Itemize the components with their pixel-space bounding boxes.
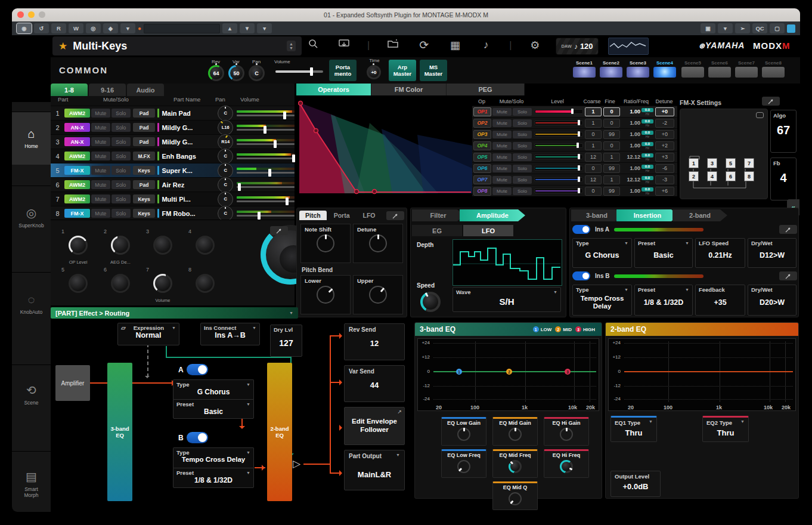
eq2-type-select[interactable]: EQ2 Type▼ Thru: [702, 416, 749, 442]
tab-fm-color[interactable]: FM Color: [371, 84, 447, 95]
scene7-button[interactable]: Scene7: [734, 60, 758, 78]
op-mute-button[interactable]: Mute: [492, 165, 512, 172]
scene1-button[interactable]: Scene1: [572, 60, 596, 78]
op-solo-button[interactable]: Solo: [513, 165, 532, 172]
op-fine[interactable]: 99: [603, 130, 620, 139]
op-mute-button[interactable]: Mute: [492, 119, 512, 127]
tab-amplitude[interactable]: Amplitude: [460, 209, 525, 221]
table-row[interactable]: 7 AWM2 Mute Solo Keys Multi Pi... C: [51, 192, 295, 206]
eq3-mid-handle[interactable]: 2: [506, 369, 512, 375]
op-ratio[interactable]: 1.00: [620, 109, 640, 115]
knob-edit-button[interactable]: [270, 226, 288, 235]
operator-row[interactable]: OP4 Mute Solo 1 0 1.00 0.0Hz +2: [472, 140, 677, 151]
zoom-button[interactable]: [39, 11, 45, 18]
snapshot-dropdown[interactable]: ▾: [718, 23, 733, 33]
op-fine[interactable]: 99: [603, 164, 620, 173]
op-solo-button[interactable]: Solo: [513, 142, 532, 150]
preset-field[interactable]: [144, 24, 220, 33]
assign-knob-5[interactable]: 5: [69, 274, 88, 293]
category-button[interactable]: Keys: [133, 194, 156, 203]
operator-row[interactable]: OP2 Mute Solo 1 0 1.00 0.0Hz -2: [472, 117, 677, 128]
op-solo-button[interactable]: Solo: [513, 108, 532, 116]
mute-button[interactable]: Mute: [91, 166, 110, 175]
tab-audio[interactable]: Audio: [127, 84, 164, 96]
part-output-select[interactable]: Part Output▼ MainL&R: [344, 450, 405, 490]
tab-eg[interactable]: EG: [412, 225, 462, 236]
pan-knob[interactable]: C: [218, 177, 233, 193]
category-button[interactable]: Keys: [133, 209, 156, 218]
solo-button[interactable]: Solo: [111, 180, 131, 189]
performance-name-box[interactable]: ★ Multi-Keys ▲▼: [52, 36, 302, 55]
pan-knob[interactable]: C: [249, 65, 265, 81]
note-shift-knob[interactable]: Note Shift: [300, 224, 351, 263]
ins-a-edit-button[interactable]: [779, 225, 797, 234]
ins-b-toggle[interactable]: [572, 271, 590, 280]
tab-3band[interactable]: 3-band: [571, 209, 622, 221]
part-name[interactable]: Air Rez: [157, 180, 216, 189]
solo-button[interactable]: Solo: [111, 166, 131, 175]
assign-knob-8[interactable]: 8: [196, 274, 215, 293]
sidebar-item-home[interactable]: ⌂ Home: [12, 112, 51, 165]
search-icon[interactable]: [305, 39, 321, 52]
pan-knob[interactable]: C: [218, 106, 233, 121]
color-swatch[interactable]: [787, 24, 795, 33]
op-ratio[interactable]: 12.12: [620, 177, 640, 183]
bend-lower-knob[interactable]: Lower: [300, 275, 351, 314]
op-fine[interactable]: 99: [603, 187, 620, 196]
op-level-slider[interactable]: [534, 189, 583, 193]
ins-a-type[interactable]: Type▼ G Chorus: [572, 238, 632, 268]
table-row[interactable]: 8 FM-X Mute Solo Keys FM Robo... C: [51, 206, 295, 220]
scene4-button[interactable]: Scene4: [653, 60, 677, 78]
knob-mode-button[interactable]: ◉: [17, 23, 32, 33]
fmx-algorithm-diagram[interactable]: 1 3 5 7 2 4 6 8: [680, 109, 768, 199]
op-solo-button[interactable]: Solo: [513, 131, 532, 138]
mute-button[interactable]: Mute: [91, 209, 110, 218]
op-detune[interactable]: -6: [655, 164, 674, 173]
op-level-slider[interactable]: [534, 177, 583, 182]
table-row[interactable]: 3 AN-X Mute Solo Pad Mildly G... R14: [51, 134, 295, 149]
tab-pitch[interactable]: Pitch: [299, 211, 327, 220]
category-button[interactable]: Pad: [133, 109, 156, 118]
op-solo-button[interactable]: Solo: [513, 187, 532, 195]
tab-operators[interactable]: Operators: [296, 84, 371, 95]
tab-2band[interactable]: 2-band: [672, 209, 727, 221]
ins-a-lfo-speed[interactable]: LFO Speed 0.21Hz: [695, 238, 745, 268]
read-automation-button[interactable]: R: [51, 23, 66, 33]
operator-row[interactable]: OP6 Mute Solo 0 99 1.00 0.0Hz -6: [472, 162, 677, 174]
part-name[interactable]: Mildly G...: [157, 137, 216, 146]
quick-audition-icon[interactable]: ♪: [478, 39, 494, 51]
op-fine[interactable]: 0: [603, 119, 620, 128]
pan-knob[interactable]: C: [218, 163, 233, 178]
prev-button[interactable]: ▲: [222, 23, 237, 33]
op-coarse[interactable]: 1: [585, 141, 602, 150]
var-knob[interactable]: 50: [228, 65, 244, 81]
monitor-button[interactable]: ◎: [86, 23, 101, 33]
op-coarse[interactable]: 12: [585, 153, 602, 162]
volume-slider[interactable]: [237, 196, 295, 202]
keyboard-grid-icon[interactable]: ▦: [447, 39, 463, 52]
diamond-button[interactable]: ◆: [103, 23, 118, 33]
sidebar-item-knobauto[interactable]: ◌ KnobAuto: [12, 272, 51, 335]
volume-slider[interactable]: [237, 153, 295, 159]
op-fine[interactable]: 1: [603, 175, 620, 184]
eq-hi-freq-knob[interactable]: EQ Hi Freq: [544, 449, 589, 478]
part-name[interactable]: FM Robo...: [157, 209, 216, 218]
output-level-box[interactable]: Output Level +0.0dB: [610, 471, 661, 497]
solo-button[interactable]: Solo: [111, 209, 131, 218]
operator-row[interactable]: OP5 Mute Solo 12 1 12.12 0.0Hz +3: [472, 151, 677, 162]
op-solo-button[interactable]: Solo: [513, 153, 532, 161]
op-level-slider[interactable]: [534, 109, 583, 114]
category-button[interactable]: Pad: [133, 137, 156, 146]
op-coarse[interactable]: 1: [585, 119, 602, 128]
volume-slider[interactable]: [237, 168, 295, 174]
op-mute-button[interactable]: Mute: [492, 142, 512, 150]
fmx-edit-button[interactable]: [762, 97, 780, 106]
minimize-button[interactable]: [28, 11, 35, 18]
routing-b-type[interactable]: Type▼ Tempo Cross Delay: [173, 447, 254, 468]
op-coarse[interactable]: 0: [585, 130, 602, 139]
part-name[interactable]: Enh Bangs: [157, 152, 216, 160]
table-row[interactable]: 4 AWM2 Mute Solo M.FX Enh Bangs C: [51, 149, 295, 163]
common-volume-slider[interactable]: [275, 70, 323, 73]
op-mute-button[interactable]: Mute: [492, 187, 512, 195]
solo-button[interactable]: Solo: [111, 194, 131, 203]
